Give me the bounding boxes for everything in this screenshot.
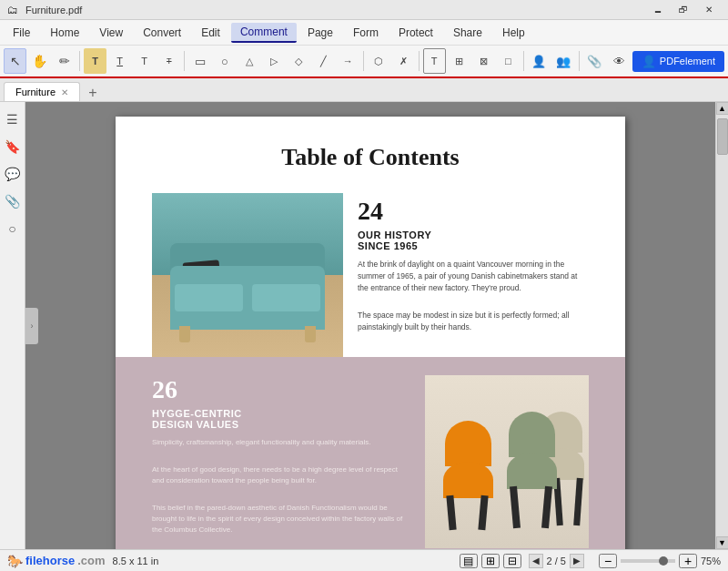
layout-single-button[interactable]: ▤ <box>460 554 478 568</box>
menu-form[interactable]: Form <box>344 24 388 42</box>
section2-image <box>425 375 589 548</box>
edit-tool-button[interactable]: ✏ <box>53 48 76 74</box>
close-button[interactable]: ✕ <box>697 1 721 19</box>
section1-text: 24 OUR HISTORYSINCE 1965 At the brink of… <box>358 193 589 357</box>
menu-view[interactable]: View <box>90 24 132 42</box>
chair-orange-back <box>445 421 491 466</box>
zoom-in-button[interactable]: + <box>679 554 697 568</box>
arrow-tool-button[interactable]: → <box>337 48 359 74</box>
maximize-button[interactable]: 🗗 <box>672 1 695 19</box>
tab-bar: Furniture ✕ + <box>0 78 728 102</box>
multi-user-tool-button[interactable]: 👥 <box>552 48 575 74</box>
sidebar-bookmark-icon[interactable]: 🔖 <box>3 137 23 157</box>
separator-4 <box>419 51 420 71</box>
section1-paragraph1: At the brink of daylight on a quaint Van… <box>358 259 589 293</box>
tab-close-button[interactable]: ✕ <box>61 87 68 97</box>
comment-tool-button[interactable]: □ <box>497 48 520 74</box>
section2-paragraph3: This belief in the pared-down aesthetic … <box>152 503 410 535</box>
text-tool-2-button[interactable]: T <box>133 48 156 74</box>
menu-page[interactable]: Page <box>298 24 342 42</box>
main-area: ☰ 🔖 💬 📎 ○ › Table of Contents <box>0 102 728 549</box>
pdfelement-button[interactable]: 👤 PDFelement <box>632 51 724 72</box>
menu-home[interactable]: Home <box>41 24 88 42</box>
menu-help[interactable]: Help <box>493 24 534 42</box>
title-bar-left: 🗂 Furniture.pdf <box>7 4 82 16</box>
menu-convert[interactable]: Convert <box>134 24 190 42</box>
next-page-button[interactable]: ▶ <box>570 554 584 568</box>
tab-furniture[interactable]: Furniture ✕ <box>4 82 80 101</box>
chair-orange-leg1 <box>446 495 456 531</box>
text-tool-1-button[interactable]: T <box>108 48 131 74</box>
chair-gray-leg1 <box>510 486 521 529</box>
prev-page-button[interactable]: ◀ <box>529 554 543 568</box>
zoom-thumb[interactable] <box>659 556 668 566</box>
scroll-thumb[interactable] <box>717 118 728 155</box>
sidebar-expand-button[interactable]: › <box>25 308 38 344</box>
scroll-up-button[interactable]: ▲ <box>716 102 729 115</box>
text-sticky-button[interactable]: T <box>84 48 106 74</box>
callout-tool-button[interactable]: ⊞ <box>448 48 470 74</box>
separator-6 <box>579 51 580 71</box>
rect-tool-button[interactable]: ▭ <box>188 48 211 74</box>
new-tab-button[interactable]: + <box>84 85 102 101</box>
right-scrollbar[interactable]: ▲ ▼ <box>715 102 728 549</box>
chair-gray-leg2 <box>541 486 552 529</box>
layout-grid-button[interactable]: ⊞ <box>481 554 500 568</box>
sofa-cushion1 <box>175 284 243 311</box>
menu-share[interactable]: Share <box>444 24 491 42</box>
pdf-page: Table of Contents <box>116 117 625 549</box>
polygon-tool-button[interactable]: ▷ <box>262 48 285 74</box>
filehorse-text-gray: .com <box>77 554 105 567</box>
chair-orange-leg2 <box>478 495 488 531</box>
sidebar-attach-icon[interactable]: 📎 <box>3 191 23 211</box>
pdfelement-icon: 👤 <box>642 55 656 68</box>
chair-gray-seat <box>507 453 557 489</box>
section1: 24 OUR HISTORYSINCE 1965 At the brink of… <box>152 193 589 357</box>
eraser-tool-button[interactable]: ⬡ <box>368 48 390 74</box>
pencil-tool-button[interactable]: ✗ <box>392 48 415 74</box>
sidebar-circle-icon[interactable]: ○ <box>3 219 23 239</box>
user-tool-button[interactable]: 👤 <box>528 48 551 74</box>
chair-orange-seat <box>443 462 493 498</box>
text-tool-3-button[interactable]: T <box>157 48 180 74</box>
sidebar-menu-icon[interactable]: ☰ <box>3 109 23 129</box>
sidebar-comment-icon[interactable]: 💬 <box>3 164 23 184</box>
pdf-area[interactable]: Table of Contents <box>25 102 715 549</box>
scroll-down-button[interactable]: ▼ <box>716 536 729 549</box>
stamp-tool-button[interactable]: ⊠ <box>472 48 495 74</box>
chair-beige-leg2 <box>573 478 583 525</box>
separator-5 <box>523 51 524 71</box>
hand-tool-button[interactable]: ✋ <box>28 48 51 74</box>
title-bar: 🗂 Furniture.pdf 🗕 🗗 ✕ <box>0 0 728 20</box>
diamond-tool-button[interactable]: ◇ <box>287 48 309 74</box>
zoom-area: − + 75% <box>599 554 721 568</box>
left-sidebar: ☰ 🔖 💬 📎 ○ <box>0 102 25 549</box>
section1-number: 24 <box>358 197 589 226</box>
view-tool-button[interactable]: 👁 <box>608 48 631 74</box>
menu-protect[interactable]: Protect <box>389 24 442 42</box>
minimize-button[interactable]: 🗕 <box>646 1 670 19</box>
page-navigation: ◀ 2 / 5 ▶ <box>529 554 584 568</box>
toolbar: ↖ ✋ ✏ T T T T ▭ ○ △ ▷ ◇ ╱ → ⬡ ✗ T ⊞ ⊠ □ … <box>0 46 728 78</box>
textbox-tool-button[interactable]: T <box>423 48 446 74</box>
zoom-out-button[interactable]: − <box>599 554 617 568</box>
pdfelement-label: PDFelement <box>660 56 715 66</box>
sofa-leg1 <box>179 326 190 342</box>
zoom-slider[interactable] <box>621 559 675 563</box>
chairs-visual <box>425 375 589 548</box>
select-tool-button[interactable]: ↖ <box>4 48 26 74</box>
section2-text: 26 HYGGE-CENTRICDESIGN VALUES Simplicity… <box>152 375 410 535</box>
filehorse-text-blue: filehorse <box>25 554 75 567</box>
ellipse-tool-button[interactable]: ○ <box>213 48 236 74</box>
menu-comment[interactable]: Comment <box>231 23 297 43</box>
attach-tool-button[interactable]: 📎 <box>583 48 606 74</box>
menu-file[interactable]: File <box>4 24 39 42</box>
line-tool-button[interactable]: ╱ <box>312 48 335 74</box>
menu-edit[interactable]: Edit <box>192 24 229 42</box>
app-icon: 🗂 <box>7 4 18 16</box>
triangle-tool-button[interactable]: △ <box>238 48 260 74</box>
sofa-leg2 <box>305 326 316 342</box>
layout-scroll-button[interactable]: ⊟ <box>503 554 521 568</box>
sofa-cushion2 <box>252 284 320 311</box>
separator-1 <box>79 51 80 71</box>
